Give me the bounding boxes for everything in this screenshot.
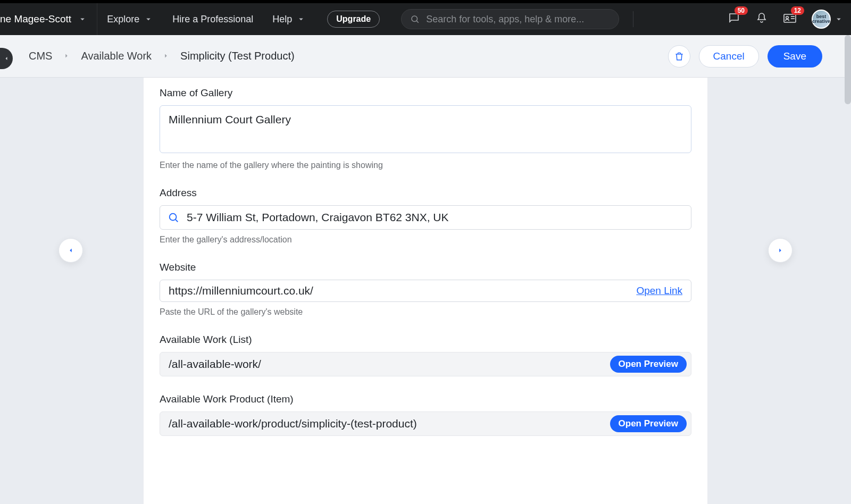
- open-link[interactable]: Open Link: [636, 285, 682, 297]
- trash-icon: [674, 51, 685, 62]
- chevron-down-icon: [144, 14, 153, 24]
- divider: [633, 11, 633, 27]
- account-menu[interactable]: best creative: [812, 10, 847, 29]
- field-list-page: Available Work (List) /all-available-wor…: [160, 334, 691, 376]
- nav-help[interactable]: Help: [263, 14, 315, 25]
- list-page-value: /all-available-work/: [169, 358, 602, 371]
- nav-explore-label: Explore: [107, 14, 139, 25]
- save-button[interactable]: Save: [767, 45, 822, 68]
- field-item-page: Available Work Product (Item) /all-avail…: [160, 393, 691, 436]
- id-card-button[interactable]: 12: [783, 12, 797, 27]
- form-panel: Name of Gallery Enter the name of the ga…: [144, 78, 707, 504]
- list-page-row: /all-available-work/ Open Preview: [160, 352, 691, 376]
- svg-line-7: [176, 220, 178, 222]
- chevron-down-icon: [296, 14, 306, 24]
- back-button[interactable]: [0, 48, 13, 69]
- nav-hire-professional[interactable]: Hire a Professional: [163, 14, 263, 25]
- chevron-down-icon: [78, 14, 87, 24]
- cancel-button[interactable]: Cancel: [699, 45, 759, 68]
- gallery-name-label: Name of Gallery: [160, 87, 691, 99]
- website-help: Paste the URL of the gallery's website: [160, 307, 691, 317]
- messages-badge: 50: [735, 6, 748, 15]
- open-preview-item[interactable]: Open Preview: [610, 415, 687, 432]
- global-search-input[interactable]: [426, 14, 610, 25]
- next-item-button[interactable]: [768, 238, 792, 263]
- search-icon: [410, 14, 420, 24]
- list-page-label: Available Work (List): [160, 334, 691, 346]
- breadcrumb-collection[interactable]: Available Work: [81, 50, 152, 62]
- gallery-name-help: Enter the name of the gallery where the …: [160, 161, 691, 170]
- global-search[interactable]: [401, 9, 619, 29]
- delete-button[interactable]: [668, 45, 690, 68]
- svg-point-3: [786, 16, 788, 18]
- site-switcher[interactable]: ne Magee-Scott: [0, 3, 97, 35]
- id-badge: 12: [791, 6, 804, 15]
- upgrade-button[interactable]: Upgrade: [327, 11, 380, 28]
- svg-point-6: [170, 214, 177, 221]
- address-input-wrap[interactable]: [160, 205, 691, 230]
- chevron-right-icon: [162, 50, 170, 62]
- breadcrumb-current: Simplicity (Test Product): [180, 50, 295, 62]
- nav-explore[interactable]: Explore: [97, 14, 163, 25]
- search-icon: [168, 212, 179, 223]
- chevron-right-icon: [777, 247, 784, 254]
- item-page-value: /all-available-work/product/simplicity-(…: [169, 417, 602, 430]
- gallery-name-input[interactable]: [160, 105, 691, 153]
- address-label: Address: [160, 187, 691, 199]
- field-website: Website Open Link Paste the URL of the g…: [160, 262, 691, 317]
- website-input[interactable]: [169, 284, 628, 297]
- chevron-left-icon: [3, 55, 10, 62]
- scrollbar-thumb[interactable]: [845, 35, 851, 104]
- address-help: Enter the gallery's address/location: [160, 235, 691, 245]
- field-gallery-name: Name of Gallery Enter the name of the ga…: [160, 87, 691, 170]
- nav-hire-label: Hire a Professional: [172, 14, 253, 25]
- address-input[interactable]: [187, 211, 683, 224]
- site-name: ne Magee-Scott: [0, 13, 71, 25]
- website-label: Website: [160, 262, 691, 273]
- svg-line-1: [417, 21, 419, 22]
- item-page-row: /all-available-work/product/simplicity-(…: [160, 411, 691, 436]
- field-address: Address Enter the gallery's address/loca…: [160, 187, 691, 245]
- top-nav: ne Magee-Scott Explore Hire a Profession…: [0, 3, 851, 35]
- open-preview-list[interactable]: Open Preview: [610, 356, 687, 373]
- nav-help-label: Help: [272, 14, 292, 25]
- website-row: Open Link: [160, 280, 691, 302]
- bell-icon: [755, 12, 768, 24]
- breadcrumb: CMS Available Work Simplicity (Test Prod…: [29, 50, 295, 62]
- chevron-left-icon: [67, 247, 74, 254]
- svg-point-0: [412, 16, 418, 22]
- breadcrumb-root[interactable]: CMS: [29, 50, 52, 62]
- chevron-down-icon: [834, 14, 844, 24]
- avatar: best creative: [812, 10, 831, 29]
- messages-button[interactable]: 50: [728, 12, 740, 27]
- item-page-label: Available Work Product (Item): [160, 393, 691, 405]
- chevron-right-icon: [63, 50, 70, 62]
- notifications-button[interactable]: [755, 12, 768, 27]
- prev-item-button[interactable]: [59, 238, 83, 263]
- page-header: CMS Available Work Simplicity (Test Prod…: [0, 35, 851, 78]
